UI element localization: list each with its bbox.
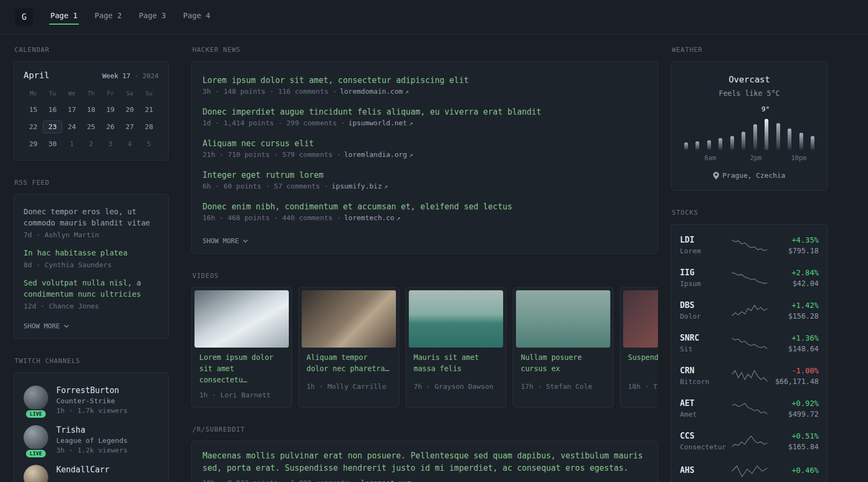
hacker-news-widget-title: HACKER NEWS: [192, 46, 658, 54]
channel-name[interactable]: Trisha: [56, 425, 128, 435]
calendar-date-next-month[interactable]: 5: [139, 138, 159, 150]
rss-item-meta: 12d · Chance Jones: [24, 302, 159, 310]
stock-sparkline: [731, 270, 768, 285]
reddit-post-title[interactable]: Maecenas mollis pulvinar erat non posuer…: [203, 450, 647, 475]
calendar-date[interactable]: 17: [62, 103, 81, 116]
video-thumbnail[interactable]: [516, 290, 610, 348]
reddit-source-link[interactable]: loremnet.xyz: [361, 479, 411, 482]
stock-ident: IIG Ipsum: [680, 268, 728, 288]
stock-row[interactable]: AHS +0.46%: [680, 457, 819, 482]
video-card[interactable]: Lorem ipsum dolor sit amet consectetu… 1…: [191, 287, 292, 408]
video-thumbnail[interactable]: [623, 290, 658, 348]
channel-name[interactable]: ForrestBurton: [56, 386, 128, 395]
calendar-dates: 15 16 17 18 19 20 21 22 23 24 25 26 27 2…: [24, 103, 159, 150]
channel-game[interactable]: League of Legends: [56, 436, 128, 445]
hn-item-title[interactable]: Donec imperdiet augue tincidunt felis al…: [203, 107, 647, 117]
rss-item-title[interactable]: Sed volutpat nulla nisl, a condimentum n…: [24, 277, 159, 300]
stock-symbol: AHS: [680, 465, 728, 475]
calendar-date[interactable]: 28: [139, 120, 159, 133]
weather-condition: Overcast: [681, 74, 818, 85]
tab-page-2[interactable]: Page 2: [94, 9, 123, 25]
channel-name[interactable]: KendallCarr: [56, 465, 109, 475]
top-nav: G Page 1 Page 2 Page 3 Page 4: [0, 0, 868, 34]
video-thumbnail[interactable]: [302, 290, 396, 348]
channel-game[interactable]: Counter-Strike: [56, 397, 128, 405]
calendar-date[interactable]: 15: [24, 103, 43, 116]
video-card[interactable]: Mauris sit amet massa felis 7h · Grayson…: [406, 287, 506, 408]
hn-item-meta: 6h · 60 points · 57 comments ·ipsumify.b…: [203, 182, 647, 190]
calendar-date[interactable]: 21: [139, 103, 159, 116]
calendar-date[interactable]: 22: [24, 120, 43, 133]
calendar-date[interactable]: 19: [101, 103, 120, 116]
calendar-date[interactable]: 29: [24, 138, 43, 150]
calendar-date[interactable]: 24: [62, 120, 81, 133]
stock-name: Consectetur: [680, 443, 728, 451]
external-link-icon: ↗: [409, 151, 413, 159]
stock-symbol: IIG: [680, 268, 728, 277]
channel-info: ForrestBurton Counter-Strike 1h · 1.7k v…: [56, 386, 128, 415]
stock-row[interactable]: CRN Bitcorn -1.00% $66,171.48: [680, 359, 819, 392]
stocks-widget-title: STOCKS: [672, 209, 828, 216]
video-title[interactable]: Suspendisse diam: [623, 348, 658, 377]
video-card[interactable]: Aliquam tempor dolor nec pharetra… 1h · …: [298, 287, 399, 408]
tab-page-3[interactable]: Page 3: [138, 9, 167, 25]
hn-item-title[interactable]: Integer eget rutrum lorem: [203, 170, 647, 180]
video-card[interactable]: Nullam posuere cursus ex 17h · Stefan Co…: [513, 287, 613, 408]
video-title[interactable]: Mauris sit amet massa felis: [409, 348, 503, 377]
calendar-date-next-month[interactable]: 1: [62, 138, 81, 150]
calendar-date-selected[interactable]: 23: [43, 120, 62, 133]
stock-values: +1.36% $148.64: [771, 334, 819, 353]
calendar-date-next-month[interactable]: 3: [101, 138, 120, 150]
rss-item-title[interactable]: Donec tempor eros leo, ut commodo mauris…: [24, 206, 159, 229]
stock-row[interactable]: DBS Dolor +1.42% $156.28: [680, 294, 819, 327]
calendar-date[interactable]: 27: [120, 120, 139, 133]
day-name: Fr: [101, 90, 120, 97]
stock-row[interactable]: AET Amet +0.92% $499.72: [680, 392, 819, 425]
middle-column: HACKER NEWS Lorem ipsum dolor sit amet, …: [191, 46, 658, 482]
tab-page-4[interactable]: Page 4: [182, 9, 212, 25]
video-title[interactable]: Lorem ipsum dolor sit amet consectetu…: [194, 348, 289, 386]
calendar-date-next-month[interactable]: 4: [120, 138, 139, 150]
rss-item-meta: 8d · Cynthia Saunders: [24, 261, 159, 269]
stock-row[interactable]: IIG Ipsum +2.84% $42.04: [680, 261, 819, 294]
calendar-date[interactable]: 26: [101, 120, 120, 133]
stock-row[interactable]: LDI Lorem +4.35% $795.18: [680, 229, 819, 261]
stock-ident: SNRC Sit: [680, 333, 728, 353]
calendar-date[interactable]: 16: [43, 103, 62, 116]
hn-source-link[interactable]: loremtech.co: [344, 214, 394, 222]
rss-item-title[interactable]: In hac habitasse platea: [24, 247, 159, 259]
video-title[interactable]: Nullam posuere cursus ex: [516, 348, 610, 377]
stock-change: +1.42%: [771, 301, 819, 310]
hn-source-link[interactable]: ipsumify.biz: [332, 182, 382, 190]
stock-price: $795.18: [771, 246, 819, 255]
hn-source-link[interactable]: loremlandia.org: [344, 150, 407, 159]
calendar-date[interactable]: 30: [43, 138, 62, 150]
video-card[interactable]: Suspendisse diam 18h · Tara: [620, 287, 658, 408]
hn-item-title[interactable]: Donec enim nibh, condimentum et accumsan…: [203, 202, 647, 212]
video-thumbnail[interactable]: [194, 290, 289, 348]
stock-row[interactable]: CCS Consectetur +0.51% $165.84: [680, 425, 819, 457]
hn-item-title[interactable]: Aliquam nec cursus elit: [203, 139, 647, 148]
weather-bar: [788, 129, 791, 150]
video-title[interactable]: Aliquam tempor dolor nec pharetra…: [302, 348, 396, 377]
stock-values: -1.00% $66,171.48: [771, 366, 819, 386]
calendar-date[interactable]: 25: [81, 120, 101, 133]
stock-row[interactable]: SNRC Sit +1.36% $148.64: [680, 327, 819, 359]
rss-show-more-button[interactable]: SHOW MORE: [24, 322, 69, 330]
calendar-date[interactable]: 20: [120, 103, 139, 116]
calendar-date-next-month[interactable]: 2: [81, 138, 101, 150]
tab-page-1[interactable]: Page 1: [49, 9, 79, 25]
hn-item-meta: 21h · 710 points · 579 comments ·loremla…: [203, 150, 647, 159]
video-thumbnail[interactable]: [409, 290, 503, 348]
hn-source-link[interactable]: loremdomain.com: [340, 87, 402, 95]
hn-source-link[interactable]: ipsumworld.net: [348, 119, 407, 127]
hn-show-more-button[interactable]: SHOW MORE: [203, 237, 248, 245]
hn-item-title[interactable]: Lorem ipsum dolor sit amet, consectetur …: [203, 76, 647, 85]
day-name: Mo: [24, 90, 43, 97]
calendar-date[interactable]: 18: [81, 103, 101, 116]
stocks-card: LDI Lorem +4.35% $795.18 IIG Ipsum: [671, 224, 828, 482]
avatar: [24, 465, 48, 482]
weather-location-label: Prague, Czechia: [722, 171, 785, 179]
weather-bar-chart: [684, 116, 814, 150]
location-pin-icon: [713, 172, 719, 179]
